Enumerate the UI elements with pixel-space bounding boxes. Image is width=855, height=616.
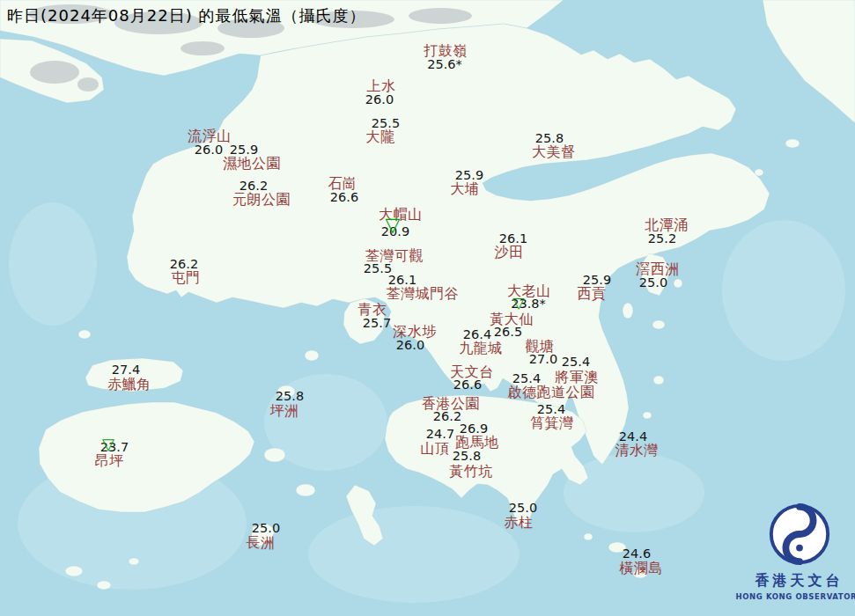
station-name-label: 濕地公園 xyxy=(223,157,281,171)
station-name-label: 大隴 xyxy=(366,130,395,144)
station-name-label: 深水埗 xyxy=(393,325,437,339)
station-name-label: 黃竹坑 xyxy=(449,465,493,479)
station-temp-value: 25.9 xyxy=(583,274,611,287)
station-temp-value: 25.9 xyxy=(230,143,258,157)
station-temp-value: 25.7 xyxy=(363,317,391,330)
station-temp-value: 26.1 xyxy=(499,232,527,246)
station-name-label: 赤鱲角 xyxy=(107,378,151,392)
station-temp-value: 25.0 xyxy=(509,502,537,515)
station-name-label: 打鼓嶺 xyxy=(424,44,468,58)
station-name-label: 長洲 xyxy=(247,536,276,550)
min-temp-marker-icon: ▽ xyxy=(386,216,401,235)
station-name-label: 昂坪 xyxy=(95,454,124,468)
station-name-label: 大埔 xyxy=(451,182,480,196)
station-name-label: 跑馬地 xyxy=(455,436,499,450)
station-temp-value: 25.0 xyxy=(639,276,667,290)
hk-min-temperature-map: 昨日(2024年08月22日) 的最低氣溫（攝氏度） 打鼓嶺25.6*上水26.… xyxy=(0,0,855,616)
station-name-label: 青衣 xyxy=(358,303,387,317)
station-temp-value: 25.9 xyxy=(455,169,483,182)
station-temp-value: 25.2 xyxy=(648,232,676,246)
station-name-label: 九龍城 xyxy=(459,341,503,356)
station-temp-value: 26.6 xyxy=(330,191,358,204)
station-temp-value: 27.0 xyxy=(529,353,557,366)
station-temp-value: 25.0 xyxy=(252,522,280,535)
station-name-label: 橫瀾島 xyxy=(619,561,663,576)
station-name-label: 滘西洲 xyxy=(636,262,680,276)
hko-logo-english-name: HONG KONG OBSERVATORY xyxy=(722,592,855,601)
station-name-label: 流浮山 xyxy=(188,129,232,143)
station-name-label: 石崗 xyxy=(328,177,357,191)
station-temp-value: 25.8 xyxy=(453,450,481,463)
station-temp-value: 26.2 xyxy=(240,180,268,193)
station-name-label: 上水 xyxy=(367,79,396,93)
hko-logo: 香港天文台 HONG KONG OBSERVATORY xyxy=(722,500,855,601)
station-name-label: 筲箕灣 xyxy=(530,416,574,430)
station-temp-value: 25.8 xyxy=(276,390,304,403)
station-temp-value: 26.4 xyxy=(463,328,491,341)
station-temp-value: 26.5 xyxy=(494,326,522,339)
station-temp-value: 25.4 xyxy=(562,356,590,369)
station-temp-value: 25.4 xyxy=(512,372,541,385)
station-name-label: 屯門 xyxy=(172,271,201,285)
station-temp-value: 25.6* xyxy=(427,58,462,71)
station-temp-value: 26.0 xyxy=(396,339,424,352)
station-name-label: 坪洲 xyxy=(270,404,299,418)
station-name-label: 大美督 xyxy=(532,145,576,159)
station-temp-value: 26.6 xyxy=(453,378,482,392)
station-name-label: 北潭涌 xyxy=(645,218,689,232)
hko-logo-icon xyxy=(765,500,834,568)
hko-logo-chinese-name: 香港天文台 xyxy=(722,572,855,590)
station-temp-value: 26.2 xyxy=(170,258,198,271)
station-name-label: 山頂 xyxy=(421,442,450,456)
station-name-label: 赤柱 xyxy=(505,516,534,530)
station-temp-value: 24.7 xyxy=(426,428,454,441)
station-temp-value: 26.9 xyxy=(460,422,488,436)
min-temp-marker-icon: ▽ xyxy=(102,436,114,452)
station-temp-value: 26.1 xyxy=(388,274,416,287)
station-temp-value: 26.0 xyxy=(365,93,394,106)
station-temp-value: 25.8 xyxy=(535,132,564,145)
station-temp-value: 26.2 xyxy=(433,410,461,423)
station-name-label: 沙田 xyxy=(495,246,524,260)
station-temp-value: 24.6 xyxy=(623,547,651,561)
station-temp-value: 25.4 xyxy=(537,403,565,416)
min-temp-marker-icon: ▽ xyxy=(512,296,524,311)
station-name-label: 將軍澳 xyxy=(555,370,599,385)
station-name-label: 元朗公園 xyxy=(232,193,291,207)
station-temp-value: 25.5 xyxy=(372,117,400,130)
station-name-label: 啟德跑道公園 xyxy=(508,385,595,400)
station-temp-value: 27.4 xyxy=(112,363,140,377)
station-name-label: 清水灣 xyxy=(615,444,659,458)
station-name-label: 西貢 xyxy=(578,287,607,301)
station-temp-value: 24.4 xyxy=(619,430,647,444)
station-temp-value: 26.0 xyxy=(195,143,223,157)
station-name-label: 荃灣城門谷 xyxy=(387,287,460,301)
